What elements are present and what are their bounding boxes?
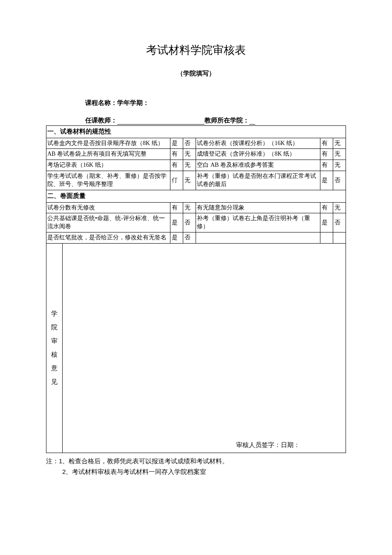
- cell-label: AB 卷试卷袋上所有项目有无填写完整: [46, 149, 170, 160]
- cell-label: 有无随意加分现象: [196, 202, 320, 213]
- opinion-table: 学 院 审 核 意 见 审核人员签字：日期：: [46, 244, 346, 453]
- college-blank: [249, 116, 255, 125]
- cell-opt: [333, 232, 346, 244]
- cell-opt: 有: [320, 149, 333, 160]
- cell-opt: 否: [333, 171, 346, 190]
- table-row: 公共基础课是否统•命题、统-评分标准、统一流水阅卷 是 否 补考（重修）试卷右上…: [46, 213, 346, 232]
- cell-opt: 是: [170, 213, 183, 232]
- opinion-char: 核: [51, 351, 58, 358]
- cell-label: [196, 232, 320, 244]
- cell-opt: 是: [170, 232, 183, 244]
- cell-label: 学生考试试卷（期末、补考、重修）是否按学院、班号、学号顺序整理: [46, 171, 170, 190]
- opinion-char: 见: [51, 378, 58, 385]
- cell-label: 试卷分数有无修改: [46, 202, 170, 213]
- college-label: 教师所在学院：: [205, 116, 249, 125]
- cell-opt: 无: [183, 160, 196, 171]
- cell-opt: 有: [320, 160, 333, 171]
- cell-opt: 有: [170, 149, 183, 160]
- cell-opt: 无: [333, 202, 346, 213]
- cell-opt: 是: [170, 138, 183, 149]
- cell-label: 是否红笔批改，是否给正分，修改处有无签名: [46, 232, 170, 244]
- cell-opt: 无: [333, 138, 346, 149]
- teacher-info-line: 任课教师： 教师所在学院：: [46, 116, 346, 125]
- review-table: 一、试卷材料的规范性 试卷盒内文件是否按目录顺序存放（8K 纸） 是 否 试卷分…: [46, 125, 346, 244]
- cell-opt: 无: [333, 160, 346, 171]
- cell-opt: 有: [320, 138, 333, 149]
- table-row: 试卷盒内文件是否按目录顺序存放（8K 纸） 是 否 试卷分析表（按课程分析）（1…: [46, 138, 346, 149]
- section1-header: 一、试卷材料的规范性: [46, 126, 346, 138]
- cell-label: 补考（重修）试卷右上角是否注明补考（重修）: [196, 213, 320, 232]
- course-info-line: 课程名称：学年学期：: [46, 99, 346, 107]
- note-line-1: 注：1、检查合格后，教师凭此表可以报送考试成绩和考试材料。: [46, 456, 346, 467]
- cell-opt: 是: [320, 213, 333, 232]
- cell-opt: 否: [183, 213, 196, 232]
- table-row: 考场记录表（16K 纸） 有 无 空白 AB 卷及标准或参考答案 有 无: [46, 160, 346, 171]
- cell-label: 试卷盒内文件是否按目录顺序存放（8K 纸）: [46, 138, 170, 149]
- cell-opt: 无: [183, 202, 196, 213]
- cell-opt: 有: [170, 202, 183, 213]
- page-title: 考试材料学院审核表: [46, 43, 346, 58]
- cell-label: 空白 AB 卷及标准或参考答案: [196, 160, 320, 171]
- table-row: 是否红笔批改，是否给正分，修改处有无签名 是 否: [46, 232, 346, 244]
- table-row: AB 卷试卷袋上所有项目有无填写完整 有 无 成绩登记表（含评分标准）（8K 纸…: [46, 149, 346, 160]
- opinion-char: 审: [51, 337, 58, 344]
- cell-label: 成绩登记表（含评分标准）（8K 纸）: [196, 149, 320, 160]
- opinion-char: 院: [51, 324, 58, 331]
- cell-opt: 仃: [170, 171, 183, 190]
- section2-header: 二、卷面质量: [46, 190, 346, 203]
- opinion-label: 学 院 审 核 意 见: [46, 244, 63, 453]
- cell-label: 考场记录表（16K 纸）: [46, 160, 170, 171]
- cell-opt: 无: [183, 171, 196, 190]
- opinion-content: 审核人员签字：日期：: [63, 244, 346, 453]
- page-subtitle: （学院填写）: [46, 70, 346, 78]
- cell-opt: 是: [320, 171, 333, 190]
- cell-opt: 否: [183, 232, 196, 244]
- cell-opt: [320, 232, 333, 244]
- cell-opt: 有: [170, 160, 183, 171]
- cell-opt: 无: [183, 149, 196, 160]
- cell-label: 公共基础课是否统•命题、统-评分标准、统一流水阅卷: [46, 213, 170, 232]
- cell-opt: 有: [320, 202, 333, 213]
- cell-opt: 否: [183, 138, 196, 149]
- teacher-blank: [117, 116, 205, 125]
- opinion-char: 意: [51, 365, 58, 372]
- cell-label: 补考（重修）试卷是否附在本门课程正常考试试卷的最后: [196, 171, 320, 190]
- opinion-char: 学: [51, 310, 58, 317]
- notes: 注：1、检查合格后，教师凭此表可以报送考试成绩和考试材料。 2、考试材料审核表与…: [46, 456, 346, 477]
- table-row: 试卷分数有无修改 有 无 有无随意加分现象 有 无: [46, 202, 346, 213]
- cell-label: 试卷分析表（按课程分析）（16K 纸）: [196, 138, 320, 149]
- cell-opt: 否: [333, 213, 346, 232]
- note-line-2: 2、考试材料审核表与考试材料一同存入学院档案室: [46, 466, 346, 477]
- cell-opt: 无: [333, 149, 346, 160]
- table-row: 学生考试试卷（期末、补考、重修）是否按学院、班号、学号顺序整理 仃 无 补考（重…: [46, 171, 346, 190]
- signature-line: 审核人员签字：日期：: [236, 442, 300, 448]
- teacher-label: 任课教师：: [85, 116, 117, 125]
